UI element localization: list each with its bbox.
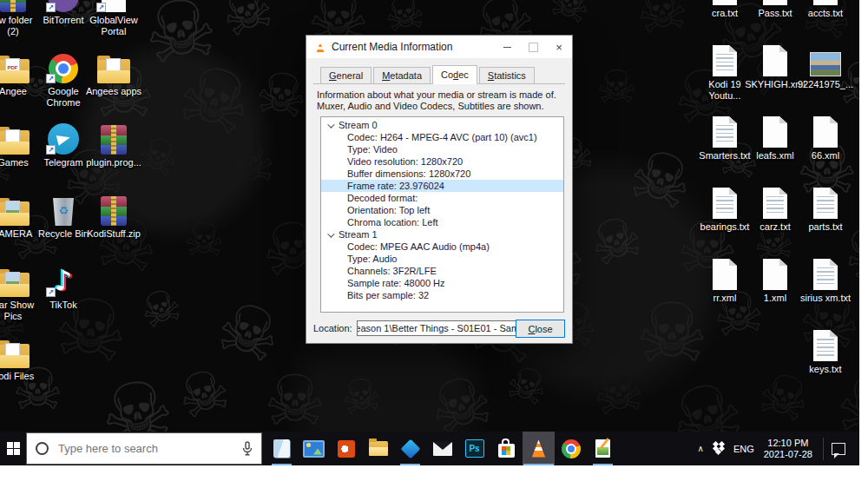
desktop-icon-telegram[interactable]: ↗Telegram xyxy=(38,116,89,188)
desktop-icon-carz-txt[interactable]: carz.txt xyxy=(750,181,800,252)
tree-row[interactable]: Video resolution: 1280x720 xyxy=(321,155,563,168)
desktop-icon-leafs-xml[interactable]: leafs.xml xyxy=(750,109,800,181)
minimize-button[interactable] xyxy=(494,36,520,58)
dropbox-icon[interactable] xyxy=(712,442,726,455)
desktop-icon-car-show-pics[interactable]: Car ShowPics xyxy=(0,259,38,330)
desktop-icon-ew-folder-2[interactable]: ew folder(2) xyxy=(0,0,38,45)
icon-label: SKYHIGH.xml xyxy=(745,79,806,90)
start-button[interactable] xyxy=(0,432,26,465)
desktop-icon-kodi-19-youtu[interactable]: Kodi 19Youtu... xyxy=(700,38,750,109)
dialog-titlebar[interactable]: Current Media Information × xyxy=(306,36,572,58)
desktop-icon-pass-txt[interactable]: Pass.txt xyxy=(750,0,800,38)
tree-row[interactable]: Type: Video xyxy=(321,143,563,155)
skull-glyph: ☠ xyxy=(131,125,186,187)
chrome-icon xyxy=(562,439,581,458)
search-input[interactable] xyxy=(56,441,242,456)
tree-row[interactable]: Codec: MPEG AAC Audio (mp4a) xyxy=(321,241,563,253)
desktop-icon-bearings-txt[interactable]: bearings.txt xyxy=(700,181,750,252)
tree-row[interactable]: Type: Audio xyxy=(321,253,563,265)
winrar-archive-icon xyxy=(101,196,127,226)
photos-app-icon xyxy=(303,440,325,458)
tree-row[interactable]: Stream 1 xyxy=(321,228,563,241)
desktop-icon-tiktok[interactable]: ♪↗TikTok xyxy=(38,259,89,330)
desktop-icon-parts-txt[interactable]: parts.txt xyxy=(800,181,851,252)
tree-row[interactable]: Stream 0 xyxy=(321,119,563,131)
vlc-cone-icon xyxy=(315,42,326,52)
taskbar-app-notepad[interactable] xyxy=(266,432,298,465)
icon-label: 66.xml xyxy=(812,150,839,162)
desktop-icon-games[interactable]: Games xyxy=(0,116,38,188)
desktop-icon-1-xml[interactable]: 1.xml xyxy=(750,252,800,323)
desktop-icon-keys-txt[interactable]: keys.txt xyxy=(800,323,851,394)
desktop-icon-camera[interactable]: cAMERA xyxy=(0,188,38,259)
desktop-icon-kodistuff-zip[interactable]: KodiStuff.zip xyxy=(89,188,139,259)
desktop-icon-angee[interactable]: PDFAngee xyxy=(0,45,38,116)
desktop-icon-globalview-portal[interactable]: ↗GlobalViewPortal xyxy=(89,0,139,45)
language-indicator[interactable]: ENG xyxy=(733,444,754,454)
tab-statistics[interactable]: Statistics xyxy=(479,67,535,83)
taskbar-app-image-editor[interactable] xyxy=(587,432,619,465)
tree-row[interactable]: Channels: 3F2R/LFE xyxy=(321,265,563,277)
taskbar-app-office[interactable] xyxy=(330,432,362,465)
icon-label: Games xyxy=(0,157,29,168)
skull-glyph: ☠ xyxy=(338,367,385,425)
desktop-icon-92241975[interactable]: 92241975_... xyxy=(800,38,851,109)
maximize-button[interactable] xyxy=(520,36,546,58)
action-center-icon[interactable] xyxy=(832,443,845,455)
tree-row[interactable]: Buffer dimensions: 1280x720 xyxy=(321,168,563,180)
tree-row[interactable]: Sample rate: 48000 Hz xyxy=(321,277,563,289)
xml-file-icon xyxy=(713,259,737,290)
desktop-icon-66-xml[interactable]: 66.xml xyxy=(800,109,851,181)
tree-row[interactable]: Chroma location: Left xyxy=(321,216,563,228)
taskbar-app-vlc[interactable] xyxy=(523,432,555,465)
taskbar-app-explorer[interactable] xyxy=(362,432,394,465)
microsoft-store-icon xyxy=(498,444,515,458)
desktop-icon-cra-txt[interactable]: cra.txt xyxy=(700,0,750,38)
tree-row[interactable]: Bits per sample: 32 xyxy=(321,289,563,301)
skull-glyph: ☠ xyxy=(631,0,692,48)
taskbar-app-kodi[interactable] xyxy=(394,432,426,465)
tab-metadata[interactable]: Metadata xyxy=(373,67,431,83)
taskbar-app-chrome[interactable] xyxy=(555,432,587,465)
taskbar-app-photoshop[interactable]: Ps xyxy=(458,432,490,465)
tab-codec[interactable]: Codec xyxy=(432,65,477,84)
desktop-icon-rr-xml[interactable]: rr.xml xyxy=(700,252,750,323)
desktop-icon-recycle-bin[interactable]: ♻Recycle Bin xyxy=(38,188,89,259)
tree-row[interactable]: Frame rate: 23.976024 xyxy=(321,180,563,192)
desktop-icon-skyhigh-xml[interactable]: SKYHIGH.xml xyxy=(750,38,800,109)
text-file-icon xyxy=(713,116,737,148)
cortana-icon xyxy=(36,442,49,455)
empty-cell xyxy=(700,323,750,394)
clock[interactable]: 12:10 PM 2021-07-28 xyxy=(764,438,812,460)
tree-row[interactable]: Decoded format: xyxy=(321,192,563,204)
desktop-icon-smarters-txt[interactable]: Smarters.txt xyxy=(700,109,750,181)
taskbar-app-store[interactable] xyxy=(490,432,523,465)
microphone-icon[interactable] xyxy=(242,441,253,456)
icon-label: Recycle Bin xyxy=(38,228,89,240)
folder-icon xyxy=(0,340,30,368)
desktop-icon-bittorrent[interactable]: ↗BitTorrent xyxy=(38,0,89,45)
dialog-title: Current Media Information xyxy=(332,41,494,53)
tree-row[interactable]: Orientation: Top left xyxy=(321,204,563,216)
desktop-icon-angees-apps[interactable]: Angees apps xyxy=(89,45,139,116)
xml-file-icon xyxy=(763,45,787,76)
taskbar-app-photos[interactable] xyxy=(298,432,330,465)
text-file-icon xyxy=(713,188,737,219)
winrar-archive-icon xyxy=(101,125,127,155)
taskbar-app-mail[interactable] xyxy=(426,432,458,465)
desktop-icon-accts-txt[interactable]: accts.txt xyxy=(800,0,851,38)
close-button[interactable]: Close xyxy=(516,320,565,338)
tree-row[interactable]: Codec: H264 - MPEG-4 AVC (part 10) (avc1… xyxy=(321,131,563,143)
icon-label: GoogleChrome xyxy=(46,86,80,109)
empty-cell xyxy=(89,259,139,330)
close-window-button[interactable]: × xyxy=(546,36,572,58)
desktop-icon-plugin-prog[interactable]: plugin.prog... xyxy=(89,116,139,188)
desktop-icon-kodi-files[interactable]: Kodi Files xyxy=(0,330,38,401)
desktop-icon-sirius-xm-txt[interactable]: sirius xm.txt xyxy=(800,252,851,323)
skull-glyph: ☠ xyxy=(543,0,598,35)
tray-overflow-chevron-icon[interactable]: ∧ xyxy=(698,444,704,453)
description-line-2: Muxer, Audio and Video Codecs, Subtitles… xyxy=(317,101,565,112)
tab-general[interactable]: General xyxy=(320,67,372,83)
desktop-icon-google-chrome[interactable]: ↗GoogleChrome xyxy=(38,45,89,116)
codec-tree: Stream 0Codec: H264 - MPEG-4 AVC (part 1… xyxy=(320,116,564,313)
